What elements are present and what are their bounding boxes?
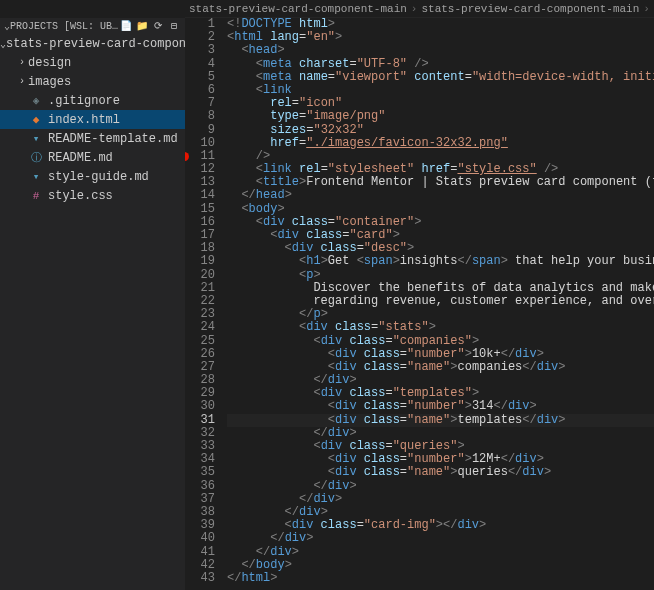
- tree-folder-root[interactable]: ⌄ stats-preview-card-component-main…: [0, 34, 185, 53]
- line-number[interactable]: 4: [185, 58, 215, 71]
- tree-folder-design[interactable]: › design: [0, 53, 185, 72]
- html-file-icon: ◆: [28, 113, 44, 126]
- line-number[interactable]: 21: [185, 282, 215, 295]
- line-number[interactable]: 42: [185, 559, 215, 572]
- explorer-sidebar[interactable]: ⌄ PROJECTS [WSL: UBUNT… 📄 📁 ⟳ ⊟ ⌄ stats-…: [0, 18, 185, 590]
- tree-file-readme[interactable]: ⓘ README.md: [0, 148, 185, 167]
- new-folder-icon[interactable]: 📁: [135, 20, 149, 32]
- tree-file-style-css[interactable]: # style.css: [0, 186, 185, 205]
- tree-label: index.html: [48, 113, 120, 127]
- chevron-right-icon: ›: [16, 57, 28, 68]
- gitignore-icon: ◈: [28, 94, 44, 107]
- tree-file-index[interactable]: ◆ index.html: [0, 110, 185, 129]
- line-number[interactable]: 43: [185, 572, 215, 585]
- tree-label: design: [28, 56, 71, 70]
- breadcrumb-sep: ›: [411, 3, 418, 15]
- tree-label: style-guide.md: [48, 170, 149, 184]
- line-number[interactable]: 15: [185, 203, 215, 216]
- tree-label: style.css: [48, 189, 113, 203]
- tree-file-gitignore[interactable]: ◈ .gitignore: [0, 91, 185, 110]
- code-area[interactable]: <!DOCTYPE html><html lang="en"> <head> <…: [227, 18, 654, 590]
- code-line[interactable]: </div>: [227, 480, 654, 493]
- line-number[interactable]: 30: [185, 400, 215, 413]
- breadcrumb[interactable]: stats-preview-card-component-main › stat…: [185, 0, 654, 18]
- code-line[interactable]: <div class="name">templates</div>: [227, 414, 654, 427]
- line-number[interactable]: 5: [185, 71, 215, 84]
- line-number[interactable]: 24: [185, 321, 215, 334]
- code-line[interactable]: <div class="name">queries</div>: [227, 466, 654, 479]
- explorer-header[interactable]: ⌄ PROJECTS [WSL: UBUNT… 📄 📁 ⟳ ⊟: [0, 18, 185, 34]
- code-line[interactable]: href="./images/favicon-32x32.png": [227, 137, 654, 150]
- code-line[interactable]: <h1>Get <span>insights</span> that help …: [227, 255, 654, 268]
- tree-file-style-guide[interactable]: ▾ style-guide.md: [0, 167, 185, 186]
- info-icon: ⓘ: [28, 150, 44, 165]
- code-line[interactable]: </html>: [227, 572, 654, 585]
- line-number[interactable]: 41: [185, 546, 215, 559]
- line-number[interactable]: 19: [185, 255, 215, 268]
- code-line[interactable]: </head>: [227, 189, 654, 202]
- line-number[interactable]: 10: [185, 137, 215, 150]
- line-number[interactable]: 35: [185, 466, 215, 479]
- chevron-right-icon: ›: [16, 76, 28, 87]
- line-number[interactable]: 25: [185, 335, 215, 348]
- markdown-icon: ▾: [28, 132, 44, 145]
- markdown-icon: ▾: [28, 170, 44, 183]
- line-number[interactable]: 40: [185, 532, 215, 545]
- line-number[interactable]: 8: [185, 110, 215, 123]
- line-number[interactable]: 9: [185, 124, 215, 137]
- tree-folder-images[interactable]: › images: [0, 72, 185, 91]
- explorer-title: PROJECTS [WSL: UBUNT…: [10, 21, 119, 32]
- tree-label: images: [28, 75, 71, 89]
- line-number[interactable]: 36: [185, 480, 215, 493]
- breadcrumb-sep: ›: [643, 3, 650, 15]
- line-number[interactable]: 14: [185, 189, 215, 202]
- line-number[interactable]: 37: [185, 493, 215, 506]
- tree-label: stats-preview-card-component-main…: [6, 37, 185, 51]
- breadcrumb-seg[interactable]: stats-preview-card-component-main: [421, 3, 639, 15]
- code-line[interactable]: <html lang="en">: [227, 31, 654, 44]
- line-number[interactable]: 31: [185, 414, 215, 427]
- line-number[interactable]: 20: [185, 269, 215, 282]
- refresh-icon[interactable]: ⟳: [151, 20, 165, 32]
- collapse-icon[interactable]: ⊟: [167, 20, 181, 32]
- breakpoint-icon[interactable]: [185, 152, 189, 161]
- line-number[interactable]: 3: [185, 44, 215, 57]
- tree-label: README.md: [48, 151, 113, 165]
- breadcrumb-seg[interactable]: stats-preview-card-component-main: [189, 3, 407, 15]
- tree-label: .gitignore: [48, 94, 120, 108]
- new-file-icon[interactable]: 📄: [119, 20, 133, 32]
- css-icon: #: [28, 190, 44, 202]
- code-line[interactable]: </body>: [227, 559, 654, 572]
- tree-file-readme-template[interactable]: ▾ README-template.md: [0, 129, 185, 148]
- line-number-gutter[interactable]: 1234567891011121314151617181920212223242…: [185, 18, 227, 590]
- tree-label: README-template.md: [48, 132, 178, 146]
- code-editor[interactable]: 1234567891011121314151617181920212223242…: [185, 18, 654, 590]
- line-number[interactable]: 26: [185, 348, 215, 361]
